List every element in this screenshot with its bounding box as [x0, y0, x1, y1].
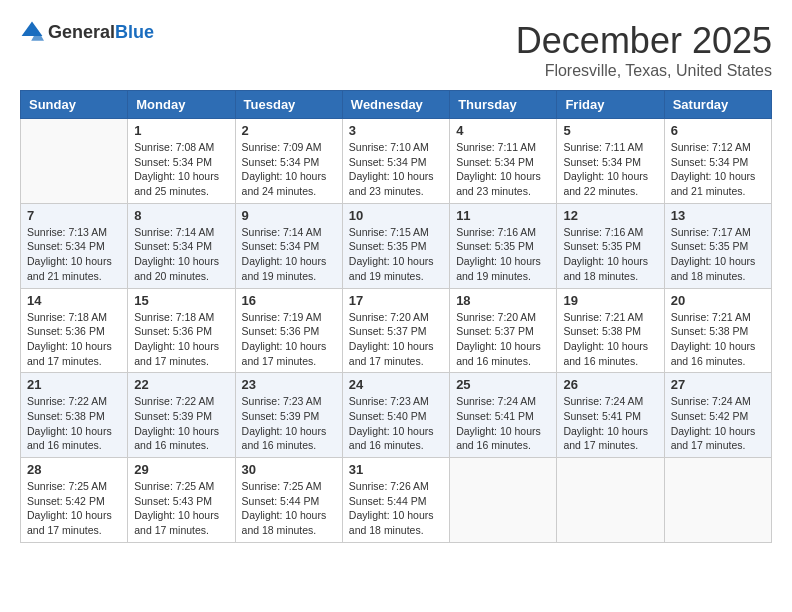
calendar-cell: 1Sunrise: 7:08 AM Sunset: 5:34 PM Daylig…	[128, 119, 235, 204]
weekday-header: Tuesday	[235, 91, 342, 119]
calendar-cell: 9Sunrise: 7:14 AM Sunset: 5:34 PM Daylig…	[235, 203, 342, 288]
day-number: 6	[671, 123, 765, 138]
calendar-cell	[450, 458, 557, 543]
calendar-cell: 23Sunrise: 7:23 AM Sunset: 5:39 PM Dayli…	[235, 373, 342, 458]
calendar-cell: 26Sunrise: 7:24 AM Sunset: 5:41 PM Dayli…	[557, 373, 664, 458]
calendar-cell: 16Sunrise: 7:19 AM Sunset: 5:36 PM Dayli…	[235, 288, 342, 373]
day-info: Sunrise: 7:24 AM Sunset: 5:42 PM Dayligh…	[671, 394, 765, 453]
day-number: 29	[134, 462, 228, 477]
day-number: 10	[349, 208, 443, 223]
day-number: 1	[134, 123, 228, 138]
logo: GeneralBlue	[20, 20, 154, 44]
calendar-cell: 2Sunrise: 7:09 AM Sunset: 5:34 PM Daylig…	[235, 119, 342, 204]
day-info: Sunrise: 7:18 AM Sunset: 5:36 PM Dayligh…	[27, 310, 121, 369]
day-number: 7	[27, 208, 121, 223]
day-info: Sunrise: 7:22 AM Sunset: 5:38 PM Dayligh…	[27, 394, 121, 453]
day-number: 25	[456, 377, 550, 392]
calendar-body: 1Sunrise: 7:08 AM Sunset: 5:34 PM Daylig…	[21, 119, 772, 543]
day-number: 2	[242, 123, 336, 138]
day-info: Sunrise: 7:26 AM Sunset: 5:44 PM Dayligh…	[349, 479, 443, 538]
calendar-cell: 5Sunrise: 7:11 AM Sunset: 5:34 PM Daylig…	[557, 119, 664, 204]
day-number: 17	[349, 293, 443, 308]
day-number: 15	[134, 293, 228, 308]
day-info: Sunrise: 7:13 AM Sunset: 5:34 PM Dayligh…	[27, 225, 121, 284]
day-info: Sunrise: 7:20 AM Sunset: 5:37 PM Dayligh…	[349, 310, 443, 369]
page-header: GeneralBlue December 2025 Floresville, T…	[20, 20, 772, 80]
day-info: Sunrise: 7:08 AM Sunset: 5:34 PM Dayligh…	[134, 140, 228, 199]
weekday-header: Wednesday	[342, 91, 449, 119]
weekday-header: Saturday	[664, 91, 771, 119]
day-number: 21	[27, 377, 121, 392]
day-info: Sunrise: 7:15 AM Sunset: 5:35 PM Dayligh…	[349, 225, 443, 284]
calendar-cell: 18Sunrise: 7:20 AM Sunset: 5:37 PM Dayli…	[450, 288, 557, 373]
day-info: Sunrise: 7:09 AM Sunset: 5:34 PM Dayligh…	[242, 140, 336, 199]
location-title: Floresville, Texas, United States	[516, 62, 772, 80]
calendar-row: 21Sunrise: 7:22 AM Sunset: 5:38 PM Dayli…	[21, 373, 772, 458]
day-info: Sunrise: 7:12 AM Sunset: 5:34 PM Dayligh…	[671, 140, 765, 199]
day-number: 31	[349, 462, 443, 477]
day-info: Sunrise: 7:14 AM Sunset: 5:34 PM Dayligh…	[242, 225, 336, 284]
weekday-header: Monday	[128, 91, 235, 119]
day-number: 23	[242, 377, 336, 392]
day-info: Sunrise: 7:17 AM Sunset: 5:35 PM Dayligh…	[671, 225, 765, 284]
day-number: 11	[456, 208, 550, 223]
weekday-header: Friday	[557, 91, 664, 119]
day-info: Sunrise: 7:23 AM Sunset: 5:40 PM Dayligh…	[349, 394, 443, 453]
day-number: 20	[671, 293, 765, 308]
calendar-cell: 3Sunrise: 7:10 AM Sunset: 5:34 PM Daylig…	[342, 119, 449, 204]
weekday-header: Sunday	[21, 91, 128, 119]
day-info: Sunrise: 7:23 AM Sunset: 5:39 PM Dayligh…	[242, 394, 336, 453]
calendar-cell	[557, 458, 664, 543]
calendar-cell: 31Sunrise: 7:26 AM Sunset: 5:44 PM Dayli…	[342, 458, 449, 543]
calendar-cell: 28Sunrise: 7:25 AM Sunset: 5:42 PM Dayli…	[21, 458, 128, 543]
calendar-cell	[21, 119, 128, 204]
calendar-cell: 7Sunrise: 7:13 AM Sunset: 5:34 PM Daylig…	[21, 203, 128, 288]
day-info: Sunrise: 7:25 AM Sunset: 5:44 PM Dayligh…	[242, 479, 336, 538]
calendar-cell: 25Sunrise: 7:24 AM Sunset: 5:41 PM Dayli…	[450, 373, 557, 458]
day-number: 27	[671, 377, 765, 392]
day-info: Sunrise: 7:18 AM Sunset: 5:36 PM Dayligh…	[134, 310, 228, 369]
calendar-cell: 15Sunrise: 7:18 AM Sunset: 5:36 PM Dayli…	[128, 288, 235, 373]
day-info: Sunrise: 7:25 AM Sunset: 5:43 PM Dayligh…	[134, 479, 228, 538]
calendar-cell: 11Sunrise: 7:16 AM Sunset: 5:35 PM Dayli…	[450, 203, 557, 288]
calendar-cell: 8Sunrise: 7:14 AM Sunset: 5:34 PM Daylig…	[128, 203, 235, 288]
weekday-header: Thursday	[450, 91, 557, 119]
calendar-row: 14Sunrise: 7:18 AM Sunset: 5:36 PM Dayli…	[21, 288, 772, 373]
day-info: Sunrise: 7:21 AM Sunset: 5:38 PM Dayligh…	[563, 310, 657, 369]
calendar-table: SundayMondayTuesdayWednesdayThursdayFrid…	[20, 90, 772, 543]
calendar-cell	[664, 458, 771, 543]
day-info: Sunrise: 7:24 AM Sunset: 5:41 PM Dayligh…	[456, 394, 550, 453]
day-number: 3	[349, 123, 443, 138]
logo-text: GeneralBlue	[48, 22, 154, 43]
logo-icon	[20, 20, 44, 44]
calendar-cell: 21Sunrise: 7:22 AM Sunset: 5:38 PM Dayli…	[21, 373, 128, 458]
calendar-cell: 29Sunrise: 7:25 AM Sunset: 5:43 PM Dayli…	[128, 458, 235, 543]
calendar-row: 28Sunrise: 7:25 AM Sunset: 5:42 PM Dayli…	[21, 458, 772, 543]
day-info: Sunrise: 7:16 AM Sunset: 5:35 PM Dayligh…	[563, 225, 657, 284]
day-number: 14	[27, 293, 121, 308]
day-number: 4	[456, 123, 550, 138]
day-number: 12	[563, 208, 657, 223]
calendar-cell: 17Sunrise: 7:20 AM Sunset: 5:37 PM Dayli…	[342, 288, 449, 373]
day-number: 16	[242, 293, 336, 308]
day-number: 28	[27, 462, 121, 477]
calendar-cell: 14Sunrise: 7:18 AM Sunset: 5:36 PM Dayli…	[21, 288, 128, 373]
calendar-cell: 27Sunrise: 7:24 AM Sunset: 5:42 PM Dayli…	[664, 373, 771, 458]
day-info: Sunrise: 7:22 AM Sunset: 5:39 PM Dayligh…	[134, 394, 228, 453]
calendar-cell: 20Sunrise: 7:21 AM Sunset: 5:38 PM Dayli…	[664, 288, 771, 373]
day-info: Sunrise: 7:20 AM Sunset: 5:37 PM Dayligh…	[456, 310, 550, 369]
day-number: 24	[349, 377, 443, 392]
day-number: 26	[563, 377, 657, 392]
logo-blue: Blue	[115, 22, 154, 42]
calendar-cell: 30Sunrise: 7:25 AM Sunset: 5:44 PM Dayli…	[235, 458, 342, 543]
calendar-cell: 22Sunrise: 7:22 AM Sunset: 5:39 PM Dayli…	[128, 373, 235, 458]
day-number: 13	[671, 208, 765, 223]
weekday-row: SundayMondayTuesdayWednesdayThursdayFrid…	[21, 91, 772, 119]
day-number: 5	[563, 123, 657, 138]
calendar-cell: 6Sunrise: 7:12 AM Sunset: 5:34 PM Daylig…	[664, 119, 771, 204]
month-title: December 2025	[516, 20, 772, 62]
day-number: 9	[242, 208, 336, 223]
day-info: Sunrise: 7:19 AM Sunset: 5:36 PM Dayligh…	[242, 310, 336, 369]
day-number: 18	[456, 293, 550, 308]
calendar-cell: 4Sunrise: 7:11 AM Sunset: 5:34 PM Daylig…	[450, 119, 557, 204]
